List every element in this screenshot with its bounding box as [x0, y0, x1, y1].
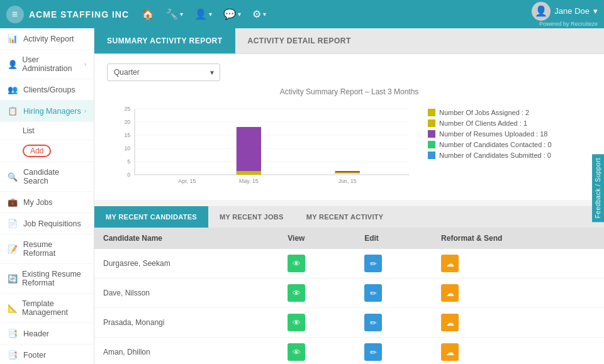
candidate-name: Durgasree, Seekam — [94, 249, 279, 279]
nav-home[interactable]: 🏠 — [142, 8, 154, 20]
legend-submitted: Number of Candidates Submitted : 0 — [428, 152, 591, 159]
sidebar-item-resume-reformat[interactable]: 📝 Resume Reformat — [0, 234, 94, 264]
view-cell: 👁 — [279, 338, 355, 365]
sidebar-item-footer[interactable]: 📑 Footer — [0, 345, 94, 364]
view-cell: 👁 — [279, 308, 355, 338]
col-name: Candidate Name — [94, 228, 279, 249]
chart-title: Activity Summary Report – Last 3 Months — [107, 87, 591, 96]
tab-recent-activity[interactable]: My Recent Activity — [295, 206, 395, 228]
sidebar-label: Clients/Groups — [23, 85, 76, 94]
filter-row: Quarter Month Week Year — [107, 63, 591, 81]
legend-label-resumes: Number of Resumes Uploaded : 18 — [439, 130, 547, 138]
sidebar-label: Header — [23, 329, 49, 338]
edit-cell: ✏ — [355, 338, 432, 365]
nav-chat[interactable]: 💬 ▾ — [223, 8, 241, 20]
nav-items: 🏠 🔧 ▾ 👤 ▾ 💬 ▾ ⚙ ▾ — [129, 8, 532, 20]
send-button[interactable]: ☁ — [441, 255, 459, 272]
legend-color-contacted — [428, 141, 435, 148]
arrow-icon: › — [84, 61, 86, 68]
edit-button[interactable]: ✏ — [364, 314, 382, 331]
clients-icon: 👥 — [8, 85, 19, 94]
view-button[interactable]: 👁 — [288, 343, 305, 361]
template-icon: 📐 — [8, 304, 18, 313]
requisitions-icon: 📄 — [8, 219, 19, 228]
sidebar-item-candidate-search[interactable]: 🔍 Candidate Search — [0, 162, 94, 192]
sidebar-item-existing-resume[interactable]: 🔄 Existing Resume Reformat — [0, 264, 94, 294]
feedback-tab[interactable]: Feedback / Support — [592, 154, 604, 222]
sidebar-label: Resume Reformat — [23, 240, 86, 258]
header-icon: 📑 — [8, 329, 19, 338]
user-menu[interactable]: 👤 Jane Doe ▾ — [532, 2, 598, 21]
user-caret: ▾ — [593, 6, 598, 16]
sidebar-item-activity-report[interactable]: 📊 Activity Report — [0, 28, 94, 50]
table-row: Aman, Dhillon 👁 ✏ ☁ — [94, 338, 604, 365]
send-button[interactable]: ☁ — [441, 314, 459, 331]
sidebar-item-job-requisitions[interactable]: 📄 Job Requisitions — [0, 213, 94, 234]
nav-tools[interactable]: 🔧 ▾ — [165, 8, 183, 20]
sidebar-label: Hiring Managers — [23, 107, 81, 116]
sidebar-item-header[interactable]: 📑 Header — [0, 323, 94, 345]
tab-recent-jobs[interactable]: My Recent Jobs — [208, 206, 295, 228]
nav-settings[interactable]: ⚙ ▾ — [252, 8, 266, 20]
footer-icon: 📑 — [8, 350, 19, 360]
view-cell: 👁 — [279, 279, 355, 308]
sidebar-label: User Administration — [22, 55, 84, 73]
existing-resume-icon: 🔄 — [8, 274, 18, 284]
sidebar-label: Template Management — [22, 299, 86, 317]
edit-button[interactable]: ✏ — [364, 343, 382, 361]
activity-report-icon: 📊 — [8, 34, 19, 43]
view-button[interactable]: 👁 — [288, 255, 305, 272]
sidebar-item-template-mgmt[interactable]: 📐 Template Management — [0, 294, 94, 323]
edit-button[interactable]: ✏ — [364, 255, 382, 272]
quarter-filter[interactable]: Quarter Month Week Year — [107, 63, 220, 81]
chart-area: 0 5 10 15 20 25 Apr, 15 — [107, 102, 591, 190]
nav-user[interactable]: 👤 ▾ — [194, 8, 212, 20]
legend-clients-added: Number Of Clients Added : 1 — [428, 119, 591, 127]
bar-may-yellow — [237, 171, 261, 175]
edit-cell: ✏ — [355, 249, 432, 279]
chart-legend: Number Of Jobs Assigned : 2 Number Of Cl… — [428, 102, 591, 190]
col-reformat: Reformat & Send — [432, 228, 604, 249]
brand: ≡ ACME STAFFING INC — [6, 6, 129, 23]
sidebar-sub-list[interactable]: List — [0, 122, 94, 140]
sidebar-label: Candidate Search — [23, 168, 86, 185]
send-button[interactable]: ☁ — [441, 343, 459, 361]
view-button[interactable]: 👁 — [288, 284, 305, 302]
edit-button[interactable]: ✏ — [364, 284, 382, 302]
send-cell: ☁ — [432, 279, 604, 308]
sidebar-sub-add[interactable]: Add — [0, 140, 94, 162]
chart-container: 0 5 10 15 20 25 Apr, 15 — [107, 102, 415, 190]
legend-label-contacted: Number of Candidates Contacted : 0 — [439, 141, 552, 148]
legend-color-submitted — [428, 152, 435, 159]
svg-text:5: 5 — [127, 158, 130, 165]
navbar: ≡ ACME STAFFING INC 🏠 🔧 ▾ 👤 ▾ 💬 ▾ ⚙ ▾ 👤 … — [0, 0, 604, 28]
sidebar-item-hiring-managers[interactable]: 📋 Hiring Managers › — [0, 101, 94, 122]
send-cell: ☁ — [432, 249, 604, 279]
candidate-name: Prasada, Monangi — [94, 308, 279, 338]
legend-label-submitted: Number of Candidates Submitted : 0 — [439, 152, 551, 159]
table-header-row: Candidate Name View Edit Reformat & Send — [94, 228, 604, 249]
sidebar-item-user-administration[interactable]: 👤 User Administration › — [0, 50, 94, 79]
tab-summary[interactable]: Summary Activity Report — [94, 28, 235, 53]
sidebar-label: Job Requisitions — [23, 219, 81, 228]
svg-text:0: 0 — [127, 172, 130, 178]
legend-resumes: Number of Resumes Uploaded : 18 — [428, 130, 591, 138]
report-tabs: Summary Activity Report Activity Detail … — [94, 28, 604, 54]
legend-color-clients — [428, 119, 435, 127]
brand-name: ACME STAFFING INC — [29, 9, 129, 19]
legend-jobs-assigned: Number Of Jobs Assigned : 2 — [428, 109, 591, 116]
hiring-icon: 📋 — [8, 106, 19, 116]
view-button[interactable]: 👁 — [288, 314, 305, 331]
bar-jun-yellow — [335, 172, 360, 174]
resume-icon: 📝 — [8, 245, 19, 254]
tab-recent-candidates[interactable]: My Recent Candidates — [94, 206, 208, 228]
tab-detail[interactable]: Activity Detail Report — [235, 28, 364, 53]
send-button[interactable]: ☁ — [441, 284, 459, 302]
sidebar-item-my-jobs[interactable]: 💼 My Jobs — [0, 192, 94, 213]
user-admin-icon: 👤 — [8, 60, 18, 69]
add-label: Add — [23, 145, 51, 157]
sidebar-item-clients-groups[interactable]: 👥 Clients/Groups — [0, 79, 94, 101]
svg-text:15: 15 — [124, 132, 130, 138]
legend-color-resumes — [428, 130, 435, 138]
edit-cell: ✏ — [355, 308, 432, 338]
